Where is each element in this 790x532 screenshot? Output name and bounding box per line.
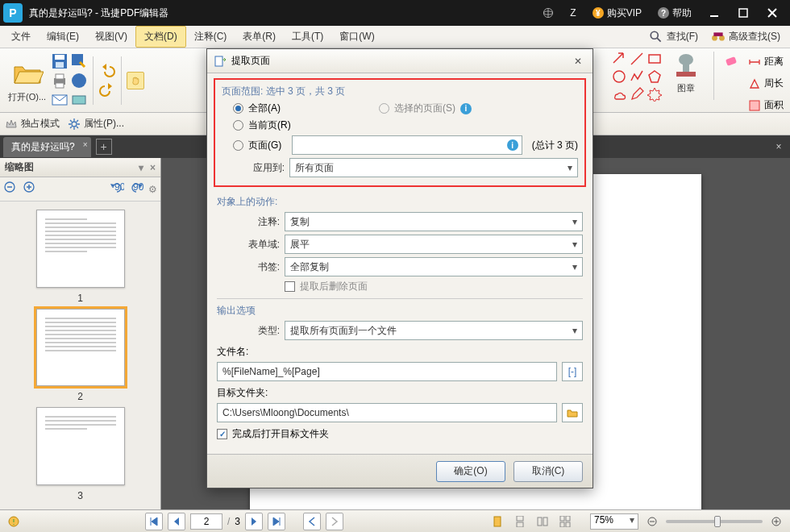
filename-input[interactable] [217,362,557,381]
buy-vip-button[interactable]: ¥购买VIP [584,0,650,26]
applyto-combo[interactable]: 所有页面▾ [289,158,578,177]
exclusive-mode-button[interactable]: 独占模式 [5,117,60,131]
open-file-button[interactable] [11,57,44,89]
thumb-options-icon[interactable]: ⚙ [148,184,157,195]
rect-shape-icon[interactable] [647,52,662,66]
anno-combo[interactable]: 复制▾ [285,212,583,231]
globe-icon[interactable] [534,0,562,26]
ok-button[interactable]: 确定(O) [436,461,505,482]
arrow-shape-icon[interactable] [612,52,626,66]
new-tab-button[interactable]: + [96,139,112,155]
layout-single-icon[interactable] [489,513,506,530]
undo-button[interactable] [98,62,116,80]
zoom-out-thumb-icon[interactable] [3,181,18,197]
user-letter[interactable]: Z [562,0,584,26]
find-label: 查找(F) [667,30,698,44]
menu-view[interactable]: 视图(V) [87,27,135,47]
tab-close-icon[interactable]: × [83,140,88,149]
layout-cont-icon[interactable] [511,513,529,530]
burst-shape-icon[interactable] [647,87,662,102]
form-combo[interactable]: 展平▾ [285,235,583,254]
bookmark-val: 全部复制 [290,260,329,274]
slider-knob[interactable] [714,516,721,527]
help-button[interactable]: ?帮助 [650,0,700,26]
thumb-page-3[interactable] [36,407,125,485]
eraser-button[interactable] [724,52,742,69]
menu-file[interactable]: 文件 [3,27,39,47]
menu-comment[interactable]: 注释(C) [186,27,235,47]
close-doc-button[interactable] [70,72,88,89]
menu-edit[interactable]: 编辑(E) [39,27,87,47]
first-page-button[interactable] [145,513,163,530]
rotate-ccw-icon[interactable]: 90 [110,181,124,197]
menu-window[interactable]: 窗口(W) [331,27,382,47]
thumb-page-2[interactable] [36,309,125,387]
thumbnail-list[interactable]: 1 2 3 [0,202,160,509]
menu-tool[interactable]: 工具(T) [284,27,331,47]
close-button[interactable] [758,0,787,26]
redo-button[interactable] [98,81,116,99]
circle-shape-icon[interactable] [612,69,626,84]
layout-facing-icon[interactable] [534,513,551,530]
radio-all[interactable] [233,103,243,114]
layout-facing-cont-icon[interactable] [556,513,574,530]
zoom-in-thumb-icon[interactable] [23,181,37,197]
zoom-select[interactable]: 75% ▾ [590,513,638,530]
save-button[interactable] [51,52,69,70]
email-button[interactable] [51,91,69,109]
type-combo[interactable]: 提取所有页面到一个文件▾ [285,321,583,340]
saveas-button[interactable] [70,52,88,70]
distance-icon[interactable] [748,56,761,69]
open-after-checkbox[interactable] [217,429,227,439]
minimize-button[interactable] [700,0,729,26]
maximize-button[interactable] [729,0,758,26]
cloud-shape-icon[interactable] [612,87,626,102]
last-page-button[interactable] [268,513,285,530]
hand-tool-button[interactable] [127,72,144,89]
pencil-shape-icon[interactable] [630,87,644,102]
scan-button[interactable] [70,91,88,109]
nav-back-button[interactable] [303,513,321,530]
radio-selected[interactable] [379,103,389,114]
nav-fwd-button[interactable] [326,513,343,530]
stamp-button[interactable] [672,52,701,81]
browse-folder-button[interactable] [562,403,583,422]
dialog-close-icon[interactable]: ✕ [570,53,586,69]
perimeter-icon[interactable] [748,77,761,90]
adv-find-button[interactable]: 高级查找(S) [705,30,787,44]
polyline-shape-icon[interactable] [630,69,644,84]
area-icon[interactable] [748,99,761,112]
next-page-button[interactable] [245,513,263,530]
delete-after-checkbox[interactable] [285,281,295,292]
panel-close-icon[interactable]: × [150,162,156,173]
cancel-button[interactable]: 取消(C) [514,461,583,482]
polygon-shape-icon[interactable] [647,69,662,84]
menu-document[interactable]: 文档(D) [135,26,186,48]
line-shape-icon[interactable] [630,52,644,66]
print-button[interactable] [51,72,69,89]
options-status-icon[interactable] [5,513,23,530]
close-all-tabs-button[interactable]: × [771,139,787,155]
folder-input[interactable] [217,403,557,422]
panel-menu-icon[interactable]: ▾ [139,162,143,173]
zoom-in-button[interactable] [767,513,785,530]
shape-palette[interactable] [612,52,662,102]
find-button[interactable]: 查找(F) [642,30,705,44]
page-input[interactable] [190,513,222,530]
thumb-page-1[interactable] [36,210,125,288]
pages-input[interactable]: i [292,135,522,155]
menu-form[interactable]: 表单(R) [235,27,284,47]
radio-pages[interactable] [233,140,243,151]
dialog-titlebar[interactable]: 提取页面 ✕ [207,49,592,73]
document-tab[interactable]: 真的是好运吗?× [3,137,91,157]
rotate-cw-icon[interactable]: 90 [129,181,143,197]
info-icon[interactable]: i [507,139,518,151]
prev-page-button[interactable] [168,513,185,530]
zoom-out-button[interactable] [643,513,661,530]
radio-current[interactable] [233,120,243,131]
zoom-slider[interactable] [666,520,763,523]
bookmark-combo[interactable]: 全部复制▾ [285,257,583,276]
properties-button[interactable]: 属性(P)... [68,117,124,131]
info-icon[interactable]: i [460,103,472,114]
filename-macro-button[interactable]: [-] [562,362,583,381]
